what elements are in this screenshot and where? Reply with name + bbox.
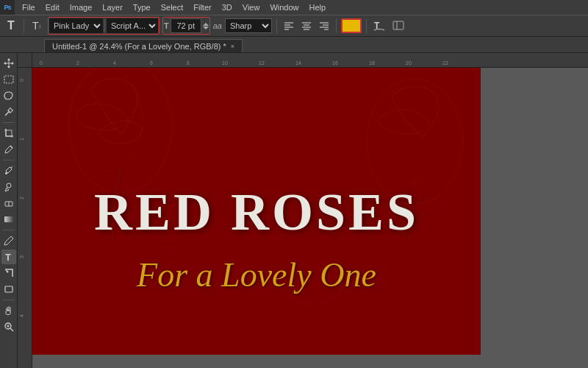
zoom-tool[interactable] <box>1 319 16 334</box>
magic-wand-tool[interactable] <box>1 105 16 119</box>
ruler-h-tick: 6 <box>150 60 153 66</box>
menu-3d[interactable]: 3D <box>218 2 237 13</box>
document-canvas: RED ROSES For a Lovely One <box>32 68 481 355</box>
lt-sep3 <box>3 230 15 230</box>
ruler-v-tick: 0 <box>19 79 24 82</box>
sep4 <box>366 18 367 33</box>
toolbar: T T↕ Pink Lady Script A... T aa Sharp Cr… <box>0 15 588 37</box>
ruler-h-tick: 4 <box>113 60 116 66</box>
ruler-h-tick: 10 <box>222 60 228 66</box>
subtitle-text-layer[interactable]: For a Lovely One <box>137 255 376 294</box>
tab-title: Untitled-1 @ 24.4% (For a Lovely One, RG… <box>52 42 226 51</box>
align-left-btn[interactable] <box>282 18 296 33</box>
ruler-h-tick: 12 <box>259 60 265 66</box>
sep3 <box>336 18 337 33</box>
svg-point-24 <box>7 183 11 188</box>
menu-bar: File Edit Image Layer Type Select Filter… <box>0 0 588 15</box>
ruler-h-tick: 16 <box>332 60 338 66</box>
menu-edit[interactable]: Edit <box>41 2 64 13</box>
lt-sep2 <box>3 160 15 160</box>
pen-tool[interactable] <box>1 233 16 248</box>
font-group: Pink Lady Script A... <box>48 17 159 35</box>
toggle-panels-btn[interactable] <box>390 18 406 34</box>
align-right-btn[interactable] <box>317 18 331 33</box>
font-family-select[interactable]: Pink Lady <box>49 18 103 33</box>
font-size-icon: T <box>164 21 169 30</box>
gradient-tool[interactable] <box>1 212 16 227</box>
sep2 <box>276 18 277 33</box>
crop-tool[interactable] <box>1 126 16 141</box>
path-select-tool[interactable] <box>1 266 16 280</box>
svg-line-32 <box>10 328 13 331</box>
ruler-v-tick: 3 <box>19 255 24 258</box>
menu-window[interactable]: Window <box>265 2 303 13</box>
main-area: T 0 2 4 6 8 10 12 14 16 18 <box>0 53 588 368</box>
tab-bar: Untitled-1 @ 24.4% (For a Lovely One, RG… <box>0 37 588 53</box>
ruler-h-tick: 8 <box>187 60 190 66</box>
lt-sep1 <box>3 122 15 123</box>
text-color-swatch[interactable] <box>341 18 362 33</box>
svg-text:T: T <box>5 252 11 263</box>
shape-tool[interactable] <box>1 282 16 297</box>
ruler-h-tick: 2 <box>76 60 79 66</box>
app-name-label: Ps <box>4 4 10 11</box>
eyedropper-tool[interactable] <box>1 142 16 157</box>
menu-select[interactable]: Select <box>157 2 188 13</box>
lasso-tool[interactable] <box>1 88 16 103</box>
ruler-v-tick: 2 <box>19 197 24 199</box>
font-size-group: T <box>162 17 210 35</box>
svg-rect-27 <box>4 216 13 222</box>
ruler-h-tick: 22 <box>442 60 448 66</box>
ruler-v-tick: 4 <box>19 314 24 317</box>
ruler-v-tick: 1 <box>19 138 24 141</box>
menu-layer[interactable]: Layer <box>98 2 127 13</box>
tab-close-btn[interactable]: × <box>231 43 234 50</box>
canvas-area: 0 2 4 6 8 10 12 14 16 18 20 22 0 1 2 3 4 <box>18 53 588 368</box>
ruler-corner <box>18 53 32 68</box>
main-text-layer[interactable]: RED ROSES <box>94 182 419 243</box>
ruler-v: 0 1 2 3 4 <box>18 68 32 368</box>
aa-label: aa <box>213 21 222 30</box>
warp-text-btn[interactable]: T <box>371 18 387 34</box>
marquee-tool[interactable] <box>1 72 16 87</box>
svg-rect-30 <box>5 286 12 292</box>
svg-point-17 <box>8 109 12 113</box>
left-toolbar: T <box>0 53 18 368</box>
menu-filter[interactable]: Filter <box>189 2 215 13</box>
eraser-tool[interactable] <box>1 196 16 210</box>
ruler-h-tick: 18 <box>369 60 375 66</box>
ruler-h-tick: 14 <box>295 60 301 66</box>
move-tool[interactable] <box>1 56 16 71</box>
align-center-btn[interactable] <box>299 18 314 33</box>
ruler-h-tick: 20 <box>406 60 412 66</box>
menu-image[interactable]: Image <box>65 2 97 13</box>
text-orientation-btn[interactable]: T↕ <box>29 18 45 34</box>
hand-tool[interactable] <box>1 303 16 318</box>
svg-point-23 <box>5 172 7 174</box>
menu-file[interactable]: File <box>18 2 40 13</box>
ruler-h: 0 2 4 6 8 10 12 14 16 18 20 22 <box>32 53 588 68</box>
brush-tool[interactable] <box>1 163 16 178</box>
type-tool[interactable]: T <box>1 250 16 264</box>
lt-sep4 <box>3 300 15 300</box>
sep1 <box>24 18 24 33</box>
ruler-h-tick: 0 <box>40 60 43 66</box>
document-tab[interactable]: Untitled-1 @ 24.4% (For a Lovely One, RG… <box>44 39 243 52</box>
menu-view[interactable]: View <box>238 2 265 13</box>
svg-line-22 <box>10 146 12 148</box>
svg-rect-13 <box>393 21 404 29</box>
menu-type[interactable]: Type <box>129 2 155 13</box>
ps-logo: Ps <box>0 0 15 15</box>
font-size-input[interactable] <box>171 18 201 33</box>
anti-alias-select[interactable]: Sharp Crisp Strong Smooth None <box>225 18 272 33</box>
text-tool-btn[interactable]: T <box>3 18 19 34</box>
font-style-select[interactable]: Script A... <box>107 18 158 33</box>
clone-tool[interactable] <box>1 180 16 194</box>
svg-rect-15 <box>4 76 13 83</box>
font-size-stepper[interactable] <box>203 23 209 29</box>
menu-help[interactable]: Help <box>305 2 331 13</box>
